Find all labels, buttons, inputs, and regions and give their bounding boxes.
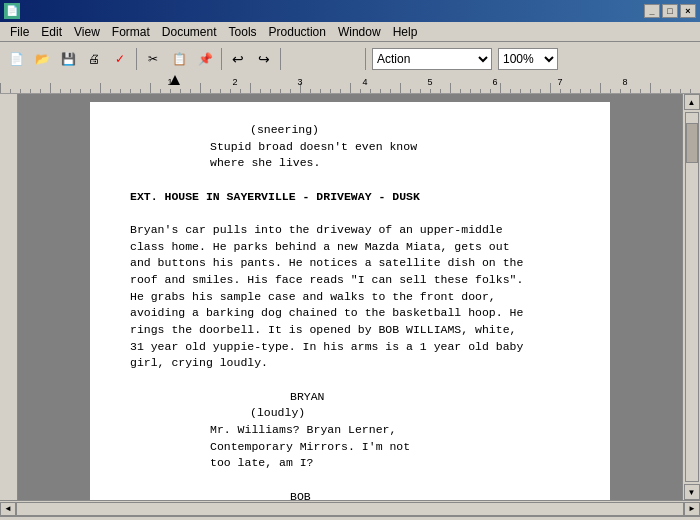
script-line	[130, 172, 570, 189]
new-icon: 📄	[9, 52, 24, 66]
scroll-left-arrow[interactable]: ◄	[0, 502, 16, 516]
menu-item-document[interactable]: Document	[156, 23, 223, 41]
hscroll-track[interactable]	[16, 502, 684, 516]
scroll-thumb[interactable]	[686, 123, 698, 163]
script-line: too late, am I?	[210, 455, 510, 472]
copy-button[interactable]: 📋	[167, 47, 191, 71]
ruler	[0, 76, 700, 94]
maximize-button[interactable]: □	[662, 4, 678, 18]
app-icon: 📄	[4, 3, 20, 19]
paste-button[interactable]: 📌	[193, 47, 217, 71]
script-line: Stupid broad doesn't even know	[210, 139, 510, 156]
main-area: (sneering)Stupid broad doesn't even know…	[0, 94, 700, 500]
underline-button[interactable]	[337, 47, 361, 71]
undo-button[interactable]: ↩	[226, 47, 250, 71]
script-line: and buttons his pants. He notices a sate…	[130, 255, 570, 272]
menu-item-tools[interactable]: Tools	[223, 23, 263, 41]
script-line: Contemporary Mirrors. I'm not	[210, 439, 510, 456]
undo-icon: ↩	[232, 51, 244, 67]
bold-button[interactable]	[285, 47, 309, 71]
cut-button[interactable]: ✂	[141, 47, 165, 71]
spellcheck-icon: ✓	[115, 52, 125, 66]
menu-item-help[interactable]: Help	[387, 23, 424, 41]
script-line	[130, 372, 570, 389]
menu-bar: FileEditViewFormatDocumentToolsProductio…	[0, 22, 700, 42]
scroll-down-arrow[interactable]: ▼	[684, 484, 700, 500]
separator-2	[221, 48, 222, 70]
script-line: BRYAN	[290, 389, 570, 406]
script-line: Mr. Williams? Bryan Lerner,	[210, 422, 510, 439]
separator-1	[136, 48, 137, 70]
redo-icon: ↪	[258, 51, 270, 67]
script-line: where she lives.	[210, 155, 510, 172]
menu-item-file[interactable]: File	[4, 23, 35, 41]
script-line	[130, 205, 570, 222]
spellcheck-button[interactable]: ✓	[108, 47, 132, 71]
script-page: (sneering)Stupid broad doesn't even know…	[90, 102, 610, 500]
script-line	[130, 472, 570, 489]
open-button[interactable]: 📂	[30, 47, 54, 71]
menu-item-edit[interactable]: Edit	[35, 23, 68, 41]
script-line: rings the doorbell. It is opened by BOB …	[130, 322, 570, 339]
zoom-dropdown[interactable]: 100% 75% 125% 150%	[498, 48, 558, 70]
scroll-track[interactable]	[685, 112, 699, 482]
script-line: girl, crying loudly.	[130, 355, 570, 372]
horizontal-scrollbar[interactable]: ◄ ►	[0, 500, 700, 516]
save-button[interactable]: 💾	[56, 47, 80, 71]
scroll-up-arrow[interactable]: ▲	[684, 94, 700, 110]
separator-3	[280, 48, 281, 70]
element-type-dropdown[interactable]: Action Scene Heading Character Parenthet…	[372, 48, 492, 70]
toolbar: 📄 📂 💾 🖨 ✓ ✂ 📋 📌 ↩ ↪ Action Scene Headin	[0, 42, 700, 76]
print-button[interactable]: 🖨	[82, 47, 106, 71]
new-button[interactable]: 📄	[4, 47, 28, 71]
copy-icon: 📋	[172, 52, 187, 66]
ruler-canvas	[0, 75, 700, 93]
menu-item-view[interactable]: View	[68, 23, 106, 41]
italic-button[interactable]	[311, 47, 335, 71]
script-line: 31 year old yuppie-type. In his arms is …	[130, 339, 570, 356]
script-line: He grabs his sample case and walks to th…	[130, 289, 570, 306]
script-line: class home. He parks behind a new Mazda …	[130, 239, 570, 256]
script-line: (sneering)	[250, 122, 570, 139]
menu-item-window[interactable]: Window	[332, 23, 387, 41]
script-line: roof and smiles. His face reads "I can s…	[130, 272, 570, 289]
close-button[interactable]: ×	[680, 4, 696, 18]
script-line: (loudly)	[250, 405, 570, 422]
menu-item-format[interactable]: Format	[106, 23, 156, 41]
script-line: EXT. HOUSE IN SAYERVILLE - DRIVEWAY - DU…	[130, 189, 570, 206]
print-icon: 🖨	[88, 52, 100, 66]
open-icon: 📂	[35, 52, 50, 66]
scroll-right-arrow[interactable]: ►	[684, 502, 700, 516]
cut-icon: ✂	[148, 52, 158, 66]
status-bar: [0] General [1] Scene Heading [2] Action…	[0, 516, 700, 520]
title-bar: 📄 _ □ ×	[0, 0, 700, 22]
left-margin	[0, 94, 18, 500]
script-line: Bryan's car pulls into the driveway of a…	[130, 222, 570, 239]
redo-button[interactable]: ↪	[252, 47, 276, 71]
separator-4	[365, 48, 366, 70]
menu-item-production[interactable]: Production	[263, 23, 332, 41]
script-line: avoiding a barking dog chained to the ba…	[130, 305, 570, 322]
vertical-scrollbar[interactable]: ▲ ▼	[682, 94, 700, 500]
script-line: BOB	[290, 489, 570, 500]
page-area[interactable]: (sneering)Stupid broad doesn't even know…	[18, 94, 682, 500]
paste-icon: 📌	[198, 52, 213, 66]
save-icon: 💾	[61, 52, 76, 66]
minimize-button[interactable]: _	[644, 4, 660, 18]
